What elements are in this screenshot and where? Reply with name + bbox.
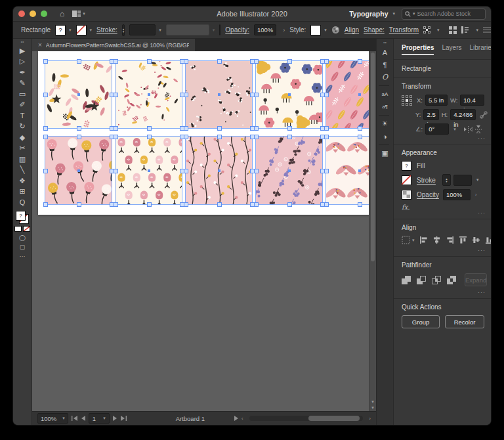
selection-handle[interactable] bbox=[114, 202, 118, 207]
transform-more-options[interactable]: ··· bbox=[478, 135, 486, 141]
vertical-scrollbar-thumb[interactable] bbox=[371, 53, 375, 261]
selection-handle[interactable] bbox=[324, 126, 329, 131]
selection-handle[interactable] bbox=[114, 169, 118, 173]
intersect-icon[interactable] bbox=[432, 276, 442, 284]
graphic-styles-panel-icon[interactable]: ◑ bbox=[379, 130, 392, 143]
selection-handle[interactable] bbox=[254, 59, 259, 64]
color-mode-swatch[interactable] bbox=[14, 226, 22, 232]
arrange-documents-icon[interactable] bbox=[72, 11, 81, 17]
flip-horizontal-icon[interactable] bbox=[464, 126, 472, 133]
selection-handle[interactable] bbox=[77, 135, 81, 139]
angle-field[interactable]: 0° bbox=[425, 123, 449, 135]
selection-tool-icon[interactable]: ▶ bbox=[15, 45, 30, 56]
selection-handle[interactable] bbox=[358, 202, 362, 207]
character-panel-icon[interactable]: A bbox=[379, 46, 392, 58]
selection-handle[interactable] bbox=[324, 169, 329, 173]
opentype-panel-icon[interactable]: O bbox=[379, 71, 392, 83]
opacity-field[interactable]: 100% bbox=[254, 24, 276, 35]
search-adobe-stock-input[interactable]: ▾ Search Adobe Stock bbox=[402, 9, 486, 20]
screen-mode-icon[interactable]: ▢ bbox=[20, 244, 26, 250]
artboard-number-dropdown[interactable]: 1▾ bbox=[89, 413, 110, 424]
rectangle-tool-icon[interactable]: ▭ bbox=[15, 89, 30, 100]
selection-handle[interactable] bbox=[324, 59, 329, 64]
selection-handle[interactable] bbox=[184, 93, 188, 97]
selection-handle[interactable] bbox=[43, 135, 48, 139]
y-field[interactable]: 2.5 in bbox=[423, 109, 438, 120]
selection-handle[interactable] bbox=[43, 126, 48, 131]
scroll-left-icon[interactable]: ‹ bbox=[242, 416, 243, 422]
fill-proxy-swatch[interactable]: ? bbox=[16, 211, 26, 221]
selection-handle[interactable] bbox=[217, 202, 222, 207]
selection-handle[interactable] bbox=[358, 126, 362, 131]
document-grid-icon[interactable] bbox=[449, 26, 457, 34]
transform-label[interactable]: Transform bbox=[389, 26, 419, 33]
canvas-viewport[interactable]: ▾ ▾ bbox=[32, 51, 376, 411]
stroke-none-swatch[interactable] bbox=[76, 25, 87, 35]
stroke-color-dropdown[interactable]: ▾ bbox=[76, 25, 93, 35]
selection-handle[interactable] bbox=[77, 126, 81, 131]
opacity-swatch[interactable] bbox=[402, 190, 411, 200]
fill-swatch[interactable]: ? bbox=[402, 161, 411, 171]
draw-mode-icon[interactable]: ◯ bbox=[19, 234, 26, 241]
selection-handle[interactable] bbox=[43, 202, 48, 207]
workspace-switcher[interactable]: Typography bbox=[349, 10, 388, 18]
exclude-icon[interactable] bbox=[447, 276, 457, 284]
paragraph-panel-icon[interactable]: ¶ bbox=[379, 58, 392, 71]
selection-handle[interactable] bbox=[217, 126, 222, 131]
appearance-panel-icon[interactable]: ☀ bbox=[379, 118, 392, 130]
pattern-swatch-bold-blooms[interactable] bbox=[255, 60, 323, 129]
selection-handle[interactable] bbox=[358, 135, 362, 139]
selection-handle[interactable] bbox=[184, 126, 188, 131]
zoom-window-button[interactable] bbox=[41, 11, 47, 17]
blend-tool-icon[interactable]: ❖ bbox=[15, 175, 30, 187]
none-mode-swatch[interactable] bbox=[23, 226, 30, 232]
selection-handle[interactable] bbox=[254, 202, 259, 207]
brush-definition-dropdown[interactable]: Basic ▾ bbox=[219, 24, 220, 35]
selection-handle[interactable] bbox=[217, 59, 222, 64]
selection-handle[interactable] bbox=[324, 202, 329, 207]
character-styles-panel-icon[interactable]: aA bbox=[379, 88, 392, 100]
reference-point-icon[interactable] bbox=[423, 26, 430, 33]
gradient-tool-icon[interactable]: ▥ bbox=[15, 154, 30, 165]
close-tab-icon[interactable]: × bbox=[38, 41, 42, 49]
recolor-artwork-icon[interactable] bbox=[331, 26, 340, 34]
selection-handle[interactable] bbox=[358, 59, 362, 64]
chevron-right-icon[interactable]: › bbox=[475, 192, 476, 197]
selection-handle[interactable] bbox=[254, 169, 259, 173]
pattern-swatch-diagonal-leaves[interactable] bbox=[326, 60, 370, 129]
selection-handle[interactable] bbox=[114, 93, 118, 97]
h-field[interactable]: 4.2486 in bbox=[450, 109, 476, 120]
selection-handle[interactable] bbox=[114, 126, 118, 131]
chevron-down-icon[interactable]: ▾ bbox=[453, 127, 456, 132]
selection-handle[interactable] bbox=[147, 126, 152, 131]
eraser-tool-icon[interactable]: ◆ bbox=[15, 132, 30, 143]
pattern-swatch-swan-fans[interactable] bbox=[326, 136, 370, 205]
zoom-level-dropdown[interactable]: 100%▾ bbox=[37, 413, 68, 424]
scissors-tool-icon[interactable]: ✂ bbox=[15, 143, 30, 154]
horizontal-scrollbar-thumb[interactable] bbox=[308, 416, 360, 421]
tab-libraries[interactable]: Libraries bbox=[469, 44, 491, 55]
pattern-swatch-scattered-leaves[interactable] bbox=[115, 60, 182, 129]
stroke-weight-label[interactable]: Stroke: bbox=[96, 26, 117, 33]
artboard-tool-icon[interactable]: ⊞ bbox=[15, 187, 30, 198]
selection-handle[interactable] bbox=[114, 135, 118, 139]
vertical-scrollbar[interactable]: ▾ ▾ bbox=[369, 51, 376, 411]
align-label[interactable]: Align bbox=[345, 26, 359, 33]
selection-handle[interactable] bbox=[43, 93, 48, 97]
recolor-button[interactable]: Recolor bbox=[445, 315, 484, 328]
paintbrush-tool-icon[interactable]: ✐ bbox=[15, 100, 30, 111]
w-field[interactable]: 10.4 in bbox=[460, 95, 484, 106]
fill-swatch[interactable]: ? bbox=[55, 25, 66, 35]
align-right-icon[interactable] bbox=[446, 236, 454, 244]
selection-handle[interactable] bbox=[147, 59, 152, 64]
selection-handle[interactable] bbox=[184, 135, 188, 139]
rotate-tool-icon[interactable]: ↻ bbox=[15, 121, 30, 133]
selection-handle[interactable] bbox=[324, 135, 329, 139]
stroke-weight-field[interactable] bbox=[453, 175, 472, 186]
align-middle-icon[interactable] bbox=[472, 236, 480, 244]
pattern-swatch-ditsy-floral[interactable] bbox=[185, 60, 253, 129]
pattern-swatch-balloon-tulips[interactable] bbox=[115, 136, 182, 205]
selection-handle[interactable] bbox=[77, 202, 81, 207]
menu-icon[interactable] bbox=[483, 27, 491, 33]
first-artboard-icon[interactable] bbox=[72, 416, 77, 421]
